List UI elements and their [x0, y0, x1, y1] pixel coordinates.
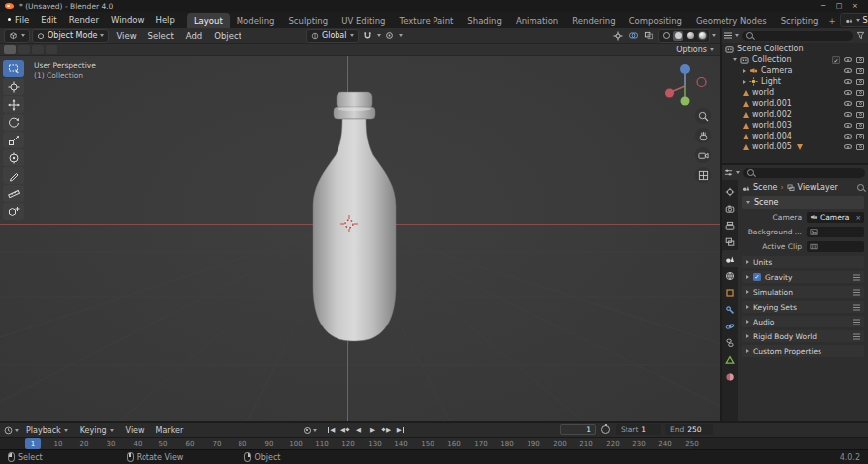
- tab-render-properties[interactable]: [722, 200, 738, 217]
- jump-to-start-button[interactable]: ◀: [325, 424, 338, 435]
- pan-button[interactable]: [695, 128, 711, 143]
- shading-material-button[interactable]: [685, 31, 695, 41]
- properties-filter-icon[interactable]: [857, 184, 864, 191]
- panel-menu-icon[interactable]: [853, 292, 860, 293]
- tab-tool-properties[interactable]: [722, 183, 738, 200]
- outliner-row-world-005[interactable]: world.005: [722, 141, 868, 152]
- outliner-row-collection[interactable]: Collection ✓: [722, 54, 868, 65]
- tab-data-properties[interactable]: [722, 351, 738, 368]
- workspace-tab-shading[interactable]: Shading: [460, 13, 509, 28]
- zoom-button[interactable]: [695, 108, 711, 124]
- tool-annotate[interactable]: [3, 167, 24, 184]
- hide-eye-icon[interactable]: [844, 144, 852, 149]
- maximize-button[interactable]: □: [831, 2, 847, 10]
- active-clip-field[interactable]: [807, 241, 864, 252]
- tab-output-properties[interactable]: [722, 217, 738, 233]
- gizmo-x-axis[interactable]: [665, 89, 674, 98]
- expand-icon[interactable]: [743, 69, 746, 73]
- select-mode-new-button[interactable]: [4, 45, 16, 54]
- jump-to-end-button[interactable]: ▶: [394, 424, 407, 435]
- outliner-row-world-001[interactable]: world.001: [722, 98, 868, 109]
- disable-render-icon[interactable]: [856, 68, 864, 74]
- properties-search-input[interactable]: [743, 168, 865, 178]
- disable-render-icon[interactable]: [856, 57, 864, 63]
- disable-render-icon[interactable]: [856, 134, 864, 139]
- tab-world-properties[interactable]: [722, 267, 738, 284]
- tool-cursor[interactable]: [3, 78, 24, 95]
- tool-transform[interactable]: [3, 149, 24, 166]
- keying-sets-panel-header[interactable]: Keying Sets: [742, 301, 864, 313]
- collapse-icon[interactable]: [733, 58, 737, 61]
- workspace-tab-layout[interactable]: Layout: [187, 13, 230, 28]
- camera-field[interactable]: Camera ×: [807, 212, 864, 223]
- hide-eye-icon[interactable]: [844, 57, 852, 62]
- menu-object[interactable]: Object: [209, 30, 246, 42]
- disable-render-icon[interactable]: [856, 112, 864, 118]
- panel-menu-icon[interactable]: [853, 307, 860, 308]
- hide-eye-icon[interactable]: [844, 112, 852, 117]
- disable-render-icon[interactable]: [856, 123, 864, 129]
- menu-file[interactable]: File: [9, 14, 35, 26]
- units-panel-header[interactable]: Units: [742, 256, 864, 268]
- show-overlays-icon[interactable]: [627, 30, 640, 42]
- expand-icon[interactable]: [743, 80, 746, 84]
- start-frame-field[interactable]: Start1: [616, 424, 661, 435]
- proportional-options-chevron-icon[interactable]: [399, 34, 403, 37]
- tool-rotate[interactable]: [3, 114, 24, 131]
- preview-range-icon[interactable]: [601, 425, 610, 434]
- hide-eye-icon[interactable]: [844, 79, 852, 84]
- gravity-checkbox[interactable]: ✓: [753, 273, 761, 281]
- menu-keying[interactable]: Keying: [75, 425, 119, 436]
- editor-type-chevron-icon[interactable]: [15, 429, 19, 432]
- shading-wireframe-button[interactable]: [661, 31, 671, 41]
- close-button[interactable]: ×: [847, 2, 863, 10]
- outliner-row-scene-collection[interactable]: Scene Collection: [722, 44, 868, 54]
- outliner-row-light[interactable]: Light: [722, 76, 868, 87]
- gravity-panel-header[interactable]: ✓ Gravity: [742, 271, 864, 283]
- tab-material-properties[interactable]: [722, 368, 738, 385]
- disable-render-icon[interactable]: [856, 79, 864, 85]
- outliner-row-world-004[interactable]: world.004: [722, 131, 868, 141]
- xray-toggle-icon[interactable]: [642, 30, 656, 42]
- timeline-editor-icon[interactable]: [4, 426, 13, 435]
- add-workspace-button[interactable]: +: [824, 13, 839, 28]
- properties-editor-icon[interactable]: [724, 168, 733, 177]
- workspace-tab-geometry-nodes[interactable]: Geometry Nodes: [689, 13, 774, 28]
- breadcrumb-viewlayer[interactable]: ViewLayer: [798, 183, 838, 192]
- options-dropdown[interactable]: Options: [676, 46, 716, 54]
- outliner-row-world[interactable]: world: [722, 87, 868, 98]
- navigation-gizmo[interactable]: [662, 60, 708, 108]
- gizmo-y-axis[interactable]: [681, 97, 690, 106]
- menu-window[interactable]: Window: [105, 14, 150, 26]
- scene-panel-header[interactable]: Scene: [742, 196, 864, 209]
- play-button[interactable]: ▶: [366, 424, 379, 435]
- play-reverse-button[interactable]: ◀: [352, 424, 365, 435]
- menu-view-timeline[interactable]: View: [121, 425, 149, 436]
- tool-select-box[interactable]: [3, 60, 24, 77]
- tool-measure[interactable]: [3, 185, 24, 202]
- breadcrumb-scene[interactable]: Scene: [753, 183, 777, 192]
- audio-panel-header[interactable]: Audio: [742, 316, 864, 327]
- tool-scale[interactable]: [3, 132, 24, 148]
- hide-eye-icon[interactable]: [844, 68, 852, 73]
- perspective-toggle-button[interactable]: [695, 167, 711, 183]
- editor-type-button[interactable]: [4, 29, 30, 43]
- show-gizmo-icon[interactable]: [611, 30, 625, 42]
- auto-keying-button[interactable]: [303, 425, 317, 435]
- snap-magnet-icon[interactable]: [361, 30, 375, 42]
- outliner-filter-button[interactable]: [856, 31, 865, 40]
- editor-type-chevron-icon[interactable]: [736, 171, 740, 174]
- simulation-panel-header[interactable]: Simulation: [742, 286, 864, 298]
- workspace-tab-compositing[interactable]: Compositing: [623, 13, 689, 28]
- shading-solid-button[interactable]: [673, 31, 683, 41]
- camera-view-button[interactable]: [695, 147, 711, 163]
- menu-help[interactable]: Help: [149, 14, 180, 26]
- menu-marker[interactable]: Marker: [151, 425, 189, 436]
- outliner-row-world-003[interactable]: world.003: [722, 120, 868, 131]
- custom-properties-panel-header[interactable]: Custom Properties: [742, 345, 864, 357]
- outliner-search-input[interactable]: [742, 31, 853, 41]
- tab-viewlayer-properties[interactable]: [722, 233, 738, 250]
- mode-selector[interactable]: Object Mode: [32, 29, 109, 43]
- shading-options-chevron-icon[interactable]: [712, 34, 716, 37]
- panel-menu-icon[interactable]: [853, 277, 860, 278]
